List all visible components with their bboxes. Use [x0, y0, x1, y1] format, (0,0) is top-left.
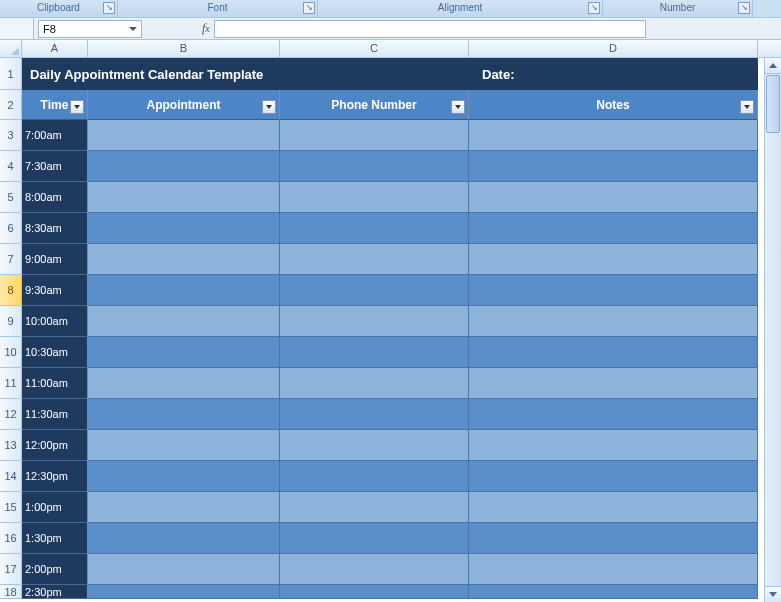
appointment-cell[interactable]: [88, 585, 280, 599]
formula-bar[interactable]: [214, 20, 646, 38]
row-header[interactable]: 1: [0, 58, 22, 90]
row-header[interactable]: 12: [0, 399, 22, 430]
phone-cell[interactable]: [280, 585, 469, 599]
appointment-cell[interactable]: [88, 182, 280, 213]
phone-header[interactable]: Phone Number: [280, 90, 469, 120]
appointment-cell[interactable]: [88, 492, 280, 523]
phone-cell[interactable]: [280, 306, 469, 337]
time-cell[interactable]: 11:30am: [22, 399, 88, 430]
phone-cell[interactable]: [280, 337, 469, 368]
phone-cell[interactable]: [280, 151, 469, 182]
filter-dropdown-icon[interactable]: [70, 100, 84, 114]
appointment-cell[interactable]: [88, 368, 280, 399]
notes-header[interactable]: Notes: [469, 90, 758, 120]
row-header[interactable]: 9: [0, 306, 22, 337]
scroll-up-button[interactable]: [765, 58, 781, 74]
notes-cell[interactable]: [469, 275, 758, 306]
notes-cell[interactable]: [469, 368, 758, 399]
appointment-cell[interactable]: [88, 306, 280, 337]
phone-cell[interactable]: [280, 399, 469, 430]
dialog-launcher-icon[interactable]: ↘: [588, 2, 600, 14]
notes-cell[interactable]: [469, 492, 758, 523]
column-header[interactable]: B: [88, 40, 280, 57]
row-header[interactable]: 16: [0, 523, 22, 554]
notes-cell[interactable]: [469, 244, 758, 275]
row-header[interactable]: 18: [0, 585, 22, 599]
time-cell[interactable]: 11:00am: [22, 368, 88, 399]
row-header[interactable]: 5: [0, 182, 22, 213]
phone-cell[interactable]: [280, 430, 469, 461]
time-cell[interactable]: 12:30pm: [22, 461, 88, 492]
appointment-cell[interactable]: [88, 461, 280, 492]
notes-cell[interactable]: [469, 306, 758, 337]
phone-cell[interactable]: [280, 461, 469, 492]
appointment-cell[interactable]: [88, 275, 280, 306]
phone-cell[interactable]: [280, 120, 469, 151]
time-cell[interactable]: 9:30am: [22, 275, 88, 306]
time-cell[interactable]: 2:30pm: [22, 585, 88, 599]
select-all-corner[interactable]: [0, 40, 22, 57]
scroll-down-button[interactable]: [765, 586, 781, 602]
column-header[interactable]: A: [22, 40, 88, 57]
appointment-cell[interactable]: [88, 244, 280, 275]
phone-cell[interactable]: [280, 182, 469, 213]
chevron-down-icon[interactable]: [129, 27, 137, 31]
time-cell[interactable]: 10:00am: [22, 306, 88, 337]
row-header[interactable]: 4: [0, 151, 22, 182]
name-box[interactable]: F8: [38, 20, 142, 38]
notes-cell[interactable]: [469, 337, 758, 368]
row-header[interactable]: 11: [0, 368, 22, 399]
appointment-cell[interactable]: [88, 554, 280, 585]
column-header[interactable]: D: [469, 40, 758, 57]
time-cell[interactable]: 8:00am: [22, 182, 88, 213]
dialog-launcher-icon[interactable]: ↘: [103, 2, 115, 14]
filter-dropdown-icon[interactable]: [451, 100, 465, 114]
notes-cell[interactable]: [469, 585, 758, 599]
filter-dropdown-icon[interactable]: [262, 100, 276, 114]
appointment-header[interactable]: Appointment: [88, 90, 280, 120]
row-header[interactable]: 15: [0, 492, 22, 523]
phone-cell[interactable]: [280, 368, 469, 399]
scroll-thumb[interactable]: [766, 75, 780, 133]
title-cell[interactable]: Daily Appointment Calendar TemplateDate:: [22, 58, 758, 90]
row-header[interactable]: 8: [0, 275, 22, 306]
notes-cell[interactable]: [469, 120, 758, 151]
fx-icon[interactable]: fx: [202, 21, 210, 36]
notes-cell[interactable]: [469, 213, 758, 244]
phone-cell[interactable]: [280, 554, 469, 585]
appointment-cell[interactable]: [88, 523, 280, 554]
row-header[interactable]: 10: [0, 337, 22, 368]
phone-cell[interactable]: [280, 244, 469, 275]
appointment-cell[interactable]: [88, 399, 280, 430]
appointment-cell[interactable]: [88, 120, 280, 151]
row-header[interactable]: 14: [0, 461, 22, 492]
time-cell[interactable]: 1:30pm: [22, 523, 88, 554]
row-header[interactable]: 7: [0, 244, 22, 275]
notes-cell[interactable]: [469, 523, 758, 554]
notes-cell[interactable]: [469, 430, 758, 461]
time-cell[interactable]: 10:30am: [22, 337, 88, 368]
time-cell[interactable]: 1:00pm: [22, 492, 88, 523]
row-header[interactable]: 3: [0, 120, 22, 151]
filter-dropdown-icon[interactable]: [740, 100, 754, 114]
row-header[interactable]: 2: [0, 90, 22, 120]
time-cell[interactable]: 9:00am: [22, 244, 88, 275]
appointment-cell[interactable]: [88, 337, 280, 368]
row-header[interactable]: 6: [0, 213, 22, 244]
dialog-launcher-icon[interactable]: ↘: [303, 2, 315, 14]
notes-cell[interactable]: [469, 461, 758, 492]
time-cell[interactable]: 12:00pm: [22, 430, 88, 461]
time-cell[interactable]: 8:30am: [22, 213, 88, 244]
notes-cell[interactable]: [469, 151, 758, 182]
dialog-launcher-icon[interactable]: ↘: [738, 2, 750, 14]
time-cell[interactable]: 7:00am: [22, 120, 88, 151]
vertical-scrollbar[interactable]: [764, 58, 781, 602]
appointment-cell[interactable]: [88, 430, 280, 461]
phone-cell[interactable]: [280, 492, 469, 523]
phone-cell[interactable]: [280, 523, 469, 554]
row-header[interactable]: 17: [0, 554, 22, 585]
notes-cell[interactable]: [469, 399, 758, 430]
time-cell[interactable]: 7:30am: [22, 151, 88, 182]
time-header[interactable]: Time: [22, 90, 88, 120]
row-header[interactable]: 13: [0, 430, 22, 461]
